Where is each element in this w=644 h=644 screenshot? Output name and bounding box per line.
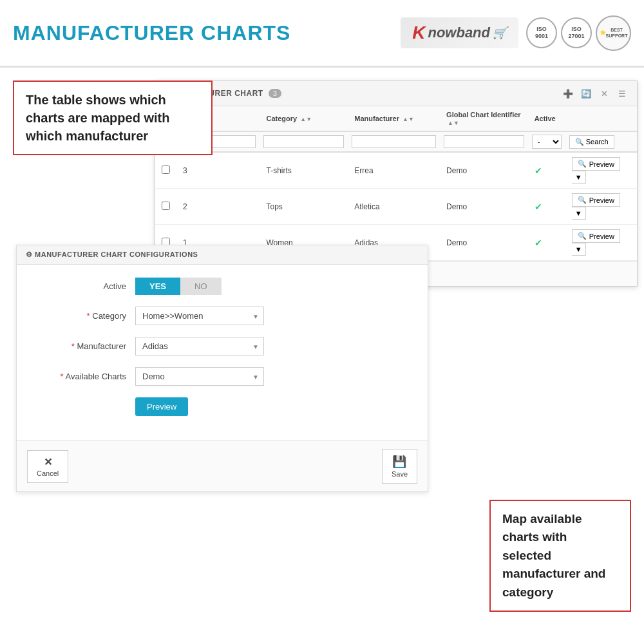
best-support-badge: ⭐BESTSUPPORT (596, 15, 631, 51)
available-charts-select-wrapper: Demo (135, 367, 264, 386)
minimize-icon[interactable]: ✕ (597, 86, 611, 100)
row-3-checkbox[interactable] (162, 166, 170, 174)
row-2-preview-button[interactable]: 🔍 Preview (572, 193, 620, 207)
annotation-box-right: Map available charts with selected manuf… (489, 500, 631, 612)
col-global-chart: Global Chart Identifier ▲▼ (440, 106, 528, 131)
filter-global-chart-input[interactable] (444, 135, 524, 148)
row-3-category: T-shirts (260, 152, 348, 189)
toggle-no-button[interactable]: NO (180, 278, 222, 295)
category-sort-icon[interactable]: ▲▼ (300, 116, 312, 122)
global-chart-sort-icon[interactable]: ▲▼ (448, 120, 459, 126)
logo-text: nowband (428, 24, 490, 41)
row-2-actions: 🔍 Preview▼ (565, 189, 637, 225)
preview-search-icon: 🔍 (578, 160, 587, 168)
available-charts-select[interactable]: Demo (135, 367, 264, 386)
row-3-global-chart: Demo (440, 152, 528, 189)
active-form-row: Active YES NO (36, 278, 408, 295)
row-2-global-chart: Demo (440, 189, 528, 225)
row-3-active: ✔ (528, 152, 565, 189)
row-3-actions: 🔍 Preview▼ (565, 152, 637, 189)
row-2-dropdown-button[interactable]: ▼ (572, 207, 586, 220)
manufacturer-label: Manufacturer (36, 341, 126, 351)
iso-badges: ISO9001 ISO27001 ⭐BESTSUPPORT (526, 15, 631, 51)
category-select-wrapper: Home>>Women T-shirts Tops (135, 307, 264, 325)
active-check-icon: ✔ (535, 238, 542, 248)
menu-icon[interactable]: ☰ (615, 86, 629, 100)
search-button[interactable]: 🔍 Search (569, 135, 614, 149)
category-form-row: Category Home>>Women T-shirts Tops (36, 307, 408, 325)
knowband-logo: Knowband 🛒 (401, 17, 518, 48)
search-icon: 🔍 (575, 138, 584, 146)
col-manufacturer: Manufacturer ▲▼ (348, 106, 440, 131)
row-1-preview-button[interactable]: 🔍 Preview (572, 229, 620, 243)
row-2-checkbox[interactable] (162, 202, 170, 210)
col-active: Active (528, 106, 565, 131)
cancel-label: Cancel (37, 469, 59, 477)
iso-9001-badge: ISO9001 (526, 17, 557, 48)
config-panel: ⚙ MANUFACTURER CHART CONFIGURATIONS Acti… (16, 245, 428, 492)
table-count-badge: 3 (269, 89, 281, 98)
iso-27001-badge: ISO27001 (561, 17, 592, 48)
filter-search-cell: 🔍 Search (565, 131, 637, 152)
filter-category-cell (260, 131, 348, 152)
filter-active-select[interactable]: - Yes No (532, 135, 562, 149)
filter-global-chart-cell (440, 131, 528, 152)
table-panel-actions: ➕ 🔄 ✕ ☰ (561, 86, 629, 100)
row-3-dropdown-button[interactable]: ▼ (572, 171, 586, 184)
row-1-dropdown-button[interactable]: ▼ (572, 243, 586, 256)
manufacturer-form-row: Manufacturer Adidas Errea Atletica (36, 337, 408, 355)
row-1-global-chart: Demo (440, 225, 528, 261)
annotation-text-right: Map available charts with selected manuf… (502, 510, 618, 602)
active-check-icon: ✔ (535, 202, 542, 212)
page-title: MANUFACTURER CHARTS (13, 21, 290, 45)
active-label: Active (36, 281, 126, 291)
available-charts-label: Available Charts (36, 372, 126, 381)
save-label: Save (392, 470, 408, 478)
row-3-check (155, 152, 176, 189)
row-2-manufacturer: Atletica (348, 189, 440, 225)
row-3-manufacturer: Errea (348, 152, 440, 189)
preview-search-icon: 🔍 (578, 196, 587, 204)
category-label: Category (36, 311, 126, 321)
row-2-id: 2 (176, 189, 260, 225)
filter-active-cell: - Yes No (528, 131, 565, 152)
preview-search-icon: 🔍 (578, 232, 587, 240)
row-3-preview-button[interactable]: 🔍 Preview (572, 157, 620, 171)
manufacturer-sort-icon[interactable]: ▲▼ (402, 116, 414, 122)
preview-form-row: Preview (36, 397, 408, 416)
annotation-box-top: The table shows which charts are mapped … (13, 80, 213, 155)
toggle-yes-button[interactable]: YES (135, 278, 180, 295)
active-check-icon: ✔ (535, 166, 542, 176)
manufacturer-select[interactable]: Adidas Errea Atletica (135, 337, 264, 355)
config-panel-header: ⚙ MANUFACTURER CHART CONFIGURATIONS (17, 245, 428, 265)
save-button[interactable]: 💾 Save (382, 449, 417, 484)
header-right: Knowband 🛒 ISO9001 ISO27001 ⭐BESTSUPPORT (401, 15, 631, 51)
config-footer: ✕ Cancel 💾 Save (17, 440, 428, 491)
refresh-icon[interactable]: 🔄 (579, 86, 593, 100)
add-icon[interactable]: ➕ (561, 86, 575, 100)
row-3-id: 3 (176, 152, 260, 189)
category-select[interactable]: Home>>Women T-shirts Tops (135, 307, 264, 325)
page-header: MANUFACTURER CHARTS Knowband 🛒 ISO9001 I… (0, 0, 644, 68)
row-2-check (155, 189, 176, 225)
table-header-row: ID ▲▼ Category ▲▼ Manufacturer ▲▼ Global… (155, 106, 637, 131)
filter-category-input[interactable] (263, 135, 344, 148)
table-row: 2 Tops Atletica Demo ✔ 🔍 Preview▼ (155, 189, 637, 225)
available-charts-form-row: Available Charts Demo (36, 367, 408, 386)
manufacturer-select-wrapper: Adidas Errea Atletica (135, 337, 264, 355)
filter-manufacturer-input[interactable] (352, 135, 436, 148)
cancel-x-icon: ✕ (44, 456, 52, 468)
save-floppy-icon: 💾 (392, 455, 406, 469)
annotation-text-top: The table shows which charts are mapped … (26, 91, 200, 145)
toggle-group: YES NO (135, 278, 222, 295)
row-2-category: Tops (260, 189, 348, 225)
row-1-actions: 🔍 Preview▼ (565, 225, 637, 261)
filter-row: – - Yes No 🔍 (155, 131, 637, 152)
preview-form-button[interactable]: Preview (135, 397, 188, 416)
cart-icon: 🛒 (493, 26, 507, 40)
table-panel-header: MANUFACTURER CHART 3 ➕ 🔄 ✕ ☰ (155, 81, 637, 106)
table-row: 3 T-shirts Errea Demo ✔ 🔍 Preview▼ (155, 152, 637, 189)
filter-manufacturer-cell (348, 131, 440, 152)
cancel-button[interactable]: ✕ Cancel (27, 450, 68, 483)
search-btn-label: Search (586, 138, 609, 146)
